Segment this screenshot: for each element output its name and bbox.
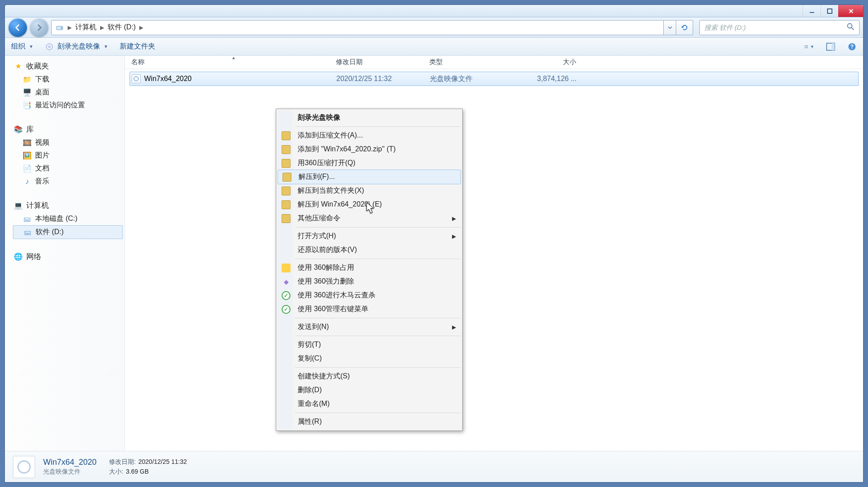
archive-icon xyxy=(283,173,291,182)
network-group[interactable]: 🌐 网络 xyxy=(13,250,123,264)
view-options-button[interactable]: ▼ xyxy=(804,42,814,52)
cm-restore-versions[interactable]: 还原以前的版本(V) xyxy=(277,243,461,257)
cm-send-to[interactable]: 发送到(N)▶ xyxy=(277,320,461,334)
submenu-arrow-icon: ▶ xyxy=(452,324,456,330)
computer-group[interactable]: 💻 计算机 xyxy=(13,199,123,212)
favorites-group[interactable]: ★ 收藏夹 xyxy=(13,59,123,73)
cm-360-force-delete[interactable]: ◆使用 360强力删除 xyxy=(277,275,461,288)
column-name[interactable]: 名称▲ xyxy=(131,58,336,66)
new-folder-button[interactable]: 新建文件夹 xyxy=(120,42,155,51)
cm-rename[interactable]: 重命名(M) xyxy=(277,397,461,411)
address-bar[interactable]: ▶ 计算机 ▶ 软件 (D:) ▶ xyxy=(51,20,664,35)
back-button[interactable] xyxy=(8,18,27,37)
document-icon: 📄 xyxy=(23,164,32,173)
cm-extract-to[interactable]: 解压到(F)... xyxy=(278,170,461,184)
cm-360-unlock[interactable]: 使用 360解除占用 xyxy=(277,261,461,275)
burn-label: 刻录光盘映像 xyxy=(57,42,100,51)
burn-image-button[interactable]: 刻录光盘映像▼ xyxy=(45,42,108,51)
cm-create-shortcut[interactable]: 创建快捷方式(S) xyxy=(277,369,461,383)
refresh-button[interactable] xyxy=(676,20,693,35)
cm-360-cloud-scan[interactable]: ✓使用 360进行木马云查杀 xyxy=(277,288,461,302)
archive-icon xyxy=(282,187,291,195)
svg-text:?: ? xyxy=(850,44,853,50)
file-row[interactable]: Win7x64_2020 2020/12/25 11:32 光盘映像文件 3,8… xyxy=(129,72,859,86)
maximize-button[interactable] xyxy=(820,5,838,17)
cm-extract-to-folder[interactable]: 解压到 Win7x64_2020\ (E) xyxy=(277,198,461,211)
cm-open-with[interactable]: 打开方式(H)▶ xyxy=(277,229,461,243)
svg-point-6 xyxy=(48,46,50,48)
organize-menu[interactable]: 组织▼ xyxy=(11,42,33,51)
breadcrumb-computer[interactable]: 计算机 xyxy=(75,23,97,32)
network-icon: 🌐 xyxy=(14,252,23,261)
file-list-area: 名称▲ 修改日期 类型 大小 Win7x64_2020 2020/12/25 1… xyxy=(125,56,863,451)
address-dropdown[interactable] xyxy=(664,20,676,35)
cm-copy[interactable]: 复制(C) xyxy=(277,352,461,365)
minimize-button[interactable] xyxy=(803,5,820,17)
details-date: 修改日期:2020/12/25 11:32 xyxy=(109,458,187,466)
breadcrumb-current[interactable]: 软件 (D:) xyxy=(108,23,136,32)
iso-file-icon xyxy=(132,74,141,83)
preview-pane-button[interactable] xyxy=(826,42,836,52)
navigation-pane: ★ 收藏夹 📁下载 🖥️桌面 📑最近访问的位置 📚 库 🎞️视频 🖼️图片 📄文… xyxy=(5,56,125,451)
search-icon xyxy=(847,23,855,32)
drive-icon: 🖴 xyxy=(23,215,32,223)
cm-extract-here[interactable]: 解压到当前文件夹(X) xyxy=(277,184,461,198)
sidebar-recent[interactable]: 📑最近访问的位置 xyxy=(13,99,123,112)
file-thumbnail xyxy=(13,456,35,478)
svg-rect-11 xyxy=(806,46,808,47)
organize-label: 组织 xyxy=(11,42,25,51)
svg-rect-7 xyxy=(804,45,805,46)
sidebar-desktop[interactable]: 🖥️桌面 xyxy=(13,86,123,99)
cm-delete[interactable]: 删除(D) xyxy=(277,383,461,397)
archive-icon xyxy=(282,214,291,223)
svg-rect-0 xyxy=(810,12,814,13)
column-date[interactable]: 修改日期 xyxy=(336,58,429,66)
navigation-bar: ▶ 计算机 ▶ 软件 (D:) ▶ xyxy=(5,17,863,38)
folder-icon: 📁 xyxy=(23,75,32,84)
sidebar-downloads[interactable]: 📁下载 xyxy=(13,73,123,86)
cm-cut[interactable]: 剪切(T) xyxy=(277,338,461,352)
cm-open-with-360zip[interactable]: 用360压缩打开(Q) xyxy=(277,156,461,170)
close-button[interactable] xyxy=(838,5,863,17)
new-folder-label: 新建文件夹 xyxy=(120,42,155,51)
cm-burn-image[interactable]: 刻录光盘映像 xyxy=(277,111,461,125)
sidebar-pictures[interactable]: 🖼️图片 xyxy=(13,149,123,162)
breadcrumb-separator: ▶ xyxy=(139,24,143,31)
cm-properties[interactable]: 属性(R) xyxy=(277,415,461,429)
video-icon: 🎞️ xyxy=(23,138,32,147)
forward-button[interactable] xyxy=(30,18,48,37)
recent-icon: 📑 xyxy=(23,101,32,110)
column-type[interactable]: 类型 xyxy=(429,58,523,66)
sidebar-drive-d[interactable]: 🖴软件 (D:) xyxy=(13,225,123,239)
submenu-arrow-icon: ▶ xyxy=(452,215,456,222)
svg-point-4 xyxy=(848,24,852,28)
cm-other-compress[interactable]: 其他压缩命令▶ xyxy=(277,211,461,225)
search-input[interactable] xyxy=(704,24,847,31)
sidebar-music[interactable]: ♪音乐 xyxy=(13,175,123,188)
titlebar xyxy=(5,5,863,17)
sidebar-videos[interactable]: 🎞️视频 xyxy=(13,136,123,149)
sidebar-drive-c[interactable]: 🖴本地磁盘 (C:) xyxy=(13,212,123,225)
drive-icon: 🖴 xyxy=(23,228,32,237)
sidebar-documents[interactable]: 📄文档 xyxy=(13,162,123,175)
svg-rect-10 xyxy=(806,45,808,46)
svg-rect-12 xyxy=(806,48,808,48)
cm-add-to-archive[interactable]: 添加到压缩文件(A)... xyxy=(277,129,461,142)
cm-360-manage-menu[interactable]: ✓使用 360管理右键菜单 xyxy=(277,302,461,316)
cm-add-to-zip[interactable]: 添加到 "Win7x64_2020.zip" (T) xyxy=(277,142,461,156)
column-size[interactable]: 大小 xyxy=(523,58,585,66)
search-box[interactable] xyxy=(699,20,860,35)
svg-rect-14 xyxy=(832,43,835,50)
archive-icon xyxy=(282,200,291,209)
help-button[interactable]: ? xyxy=(847,42,857,52)
sort-indicator-icon: ▲ xyxy=(231,56,236,60)
context-menu: 刻录光盘映像 添加到压缩文件(A)... 添加到 "Win7x64_2020.z… xyxy=(276,109,463,431)
desktop-icon: 🖥️ xyxy=(23,88,32,97)
security-icon: ✓ xyxy=(282,305,291,314)
libraries-group[interactable]: 📚 库 xyxy=(13,122,123,136)
svg-rect-8 xyxy=(804,46,805,47)
svg-rect-1 xyxy=(828,9,832,13)
details-name: Win7x64_2020 xyxy=(43,458,97,467)
star-icon: ★ xyxy=(14,62,23,71)
file-name: Win7x64_2020 xyxy=(144,75,192,83)
